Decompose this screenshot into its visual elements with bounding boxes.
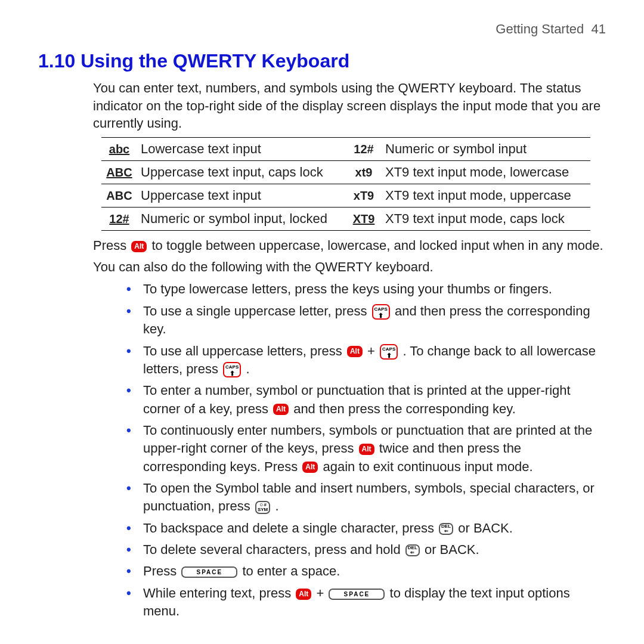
section-name: Getting Started xyxy=(496,21,584,36)
alt-key-icon: Alt xyxy=(131,241,147,252)
mode-icon: ABC xyxy=(101,161,138,184)
intro-paragraph: You can enter text, numbers, and symbols… xyxy=(93,79,606,132)
also-paragraph: You can also do the following with the Q… xyxy=(93,258,606,276)
mode-desc: Numeric or symbol input xyxy=(383,138,590,161)
table-row: ABCUppercase text input, caps lockxt9XT9… xyxy=(101,161,590,184)
mode-desc: XT9 text input mode, uppercase xyxy=(383,184,590,208)
input-mode-table: abcLowercase text input12#Numeric or sym… xyxy=(101,137,590,231)
mode-desc: Lowercase text input xyxy=(138,138,346,161)
page-number: 41 xyxy=(592,21,606,36)
space-key-icon: SPACE xyxy=(329,589,385,600)
list-item: To type lowercase letters, press the key… xyxy=(122,280,606,298)
list-item: To use a single uppercase letter, press … xyxy=(122,302,606,339)
mode-icon: XT9 xyxy=(346,208,383,231)
mode-desc: XT9 text input mode, lowercase xyxy=(383,161,590,184)
alt-key-icon: Alt xyxy=(359,444,374,455)
list-item: To continuously enter numbers, symbols o… xyxy=(122,422,606,476)
mode-icon: 12# xyxy=(346,138,383,161)
del-key-icon: DEL⇐ xyxy=(439,523,453,535)
mode-desc: Numeric or symbol input, locked xyxy=(138,208,346,231)
list-item: To enter a number, symbol or punctuation… xyxy=(122,382,606,418)
table-row: abcLowercase text input12#Numeric or sym… xyxy=(101,138,590,161)
list-item: To delete several characters, press and … xyxy=(122,541,606,559)
mode-desc: Uppercase text input xyxy=(138,184,346,208)
instruction-list: To type lowercase letters, press the key… xyxy=(122,280,606,620)
mode-icon: xt9 xyxy=(346,161,383,184)
alt-key-icon: Alt xyxy=(273,404,289,415)
manual-page: Getting Started 41 1.10 Using the QWERTY… xyxy=(0,0,644,644)
alt-key-icon: Alt xyxy=(302,462,318,473)
list-item: Press SPACE to enter a space. xyxy=(122,562,606,580)
del-key-icon: DEL⇐ xyxy=(405,544,420,556)
alt-key-icon: Alt xyxy=(347,346,363,357)
caps-key-icon: CAPS⬆ xyxy=(223,362,241,377)
section-heading: 1.10 Using the QWERTY Keyboard xyxy=(38,50,606,72)
alt-key-icon: Alt xyxy=(296,589,311,600)
list-item: To use all uppercase letters, press Alt … xyxy=(122,342,606,379)
running-header: Getting Started 41 xyxy=(496,21,606,37)
list-item: While entering text, press Alt + SPACE t… xyxy=(122,584,606,621)
caps-key-icon: CAPS⬆ xyxy=(372,304,390,320)
table-row: 12#Numeric or symbol input, lockedXT9XT9… xyxy=(101,208,590,231)
mode-icon: xT9 xyxy=(346,184,383,208)
mode-icon: 12# xyxy=(101,208,138,231)
caps-key-icon: CAPS⬆ xyxy=(380,344,398,360)
mode-icon: ABC xyxy=(101,184,138,208)
list-item: To open the Symbol table and insert numb… xyxy=(122,479,606,516)
space-key-icon: SPACE xyxy=(181,566,237,578)
table-row: ABCUppercase text inputxT9XT9 text input… xyxy=(101,184,590,208)
mode-desc: XT9 text input mode, caps lock xyxy=(383,208,590,231)
sym-key-icon: ☺#SYM xyxy=(255,501,270,514)
mode-icon: abc xyxy=(101,138,138,161)
alt-toggle-paragraph: Press Alt to toggle between uppercase, l… xyxy=(93,237,606,255)
list-item: To backspace and delete a single charact… xyxy=(122,519,606,537)
mode-desc: Uppercase text input, caps lock xyxy=(138,161,346,184)
